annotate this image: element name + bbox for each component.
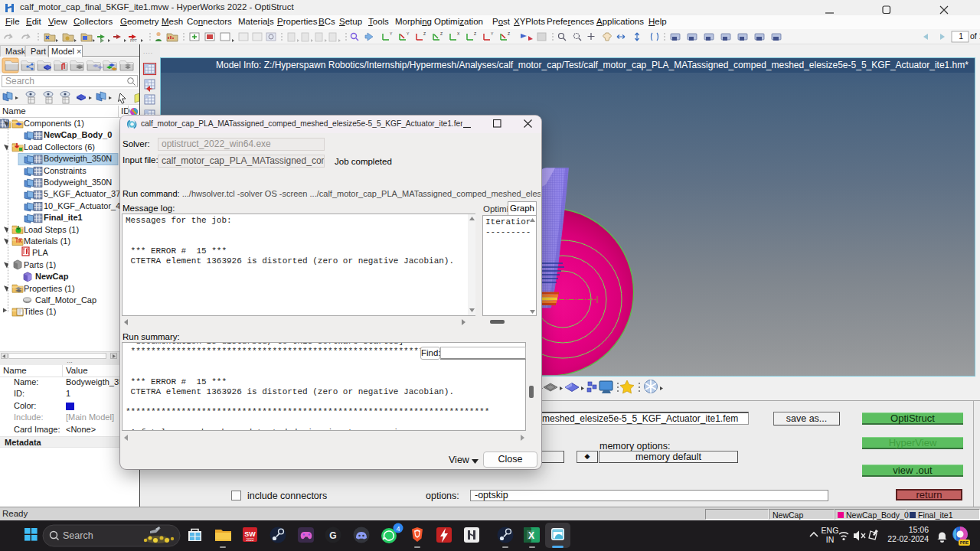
svg-text:of 1: of 1: [970, 31, 980, 41]
svg-text:15:06: 15:06: [909, 525, 929, 534]
svg-text:IN: IN: [826, 535, 835, 544]
svg-text:G: G: [329, 530, 336, 541]
svg-text:X: X: [457, 31, 460, 36]
svg-text:Z: Z: [440, 31, 443, 36]
svg-text:22-02-2024: 22-02-2024: [887, 534, 929, 543]
svg-text:Z: Z: [423, 31, 426, 36]
svg-text:Y: Y: [390, 31, 393, 36]
svg-text:4: 4: [396, 525, 400, 533]
svg-text:X: X: [528, 530, 534, 541]
svg-text:Search: Search: [63, 530, 93, 541]
svg-text:Y: Y: [407, 31, 410, 36]
svg-text:SW: SW: [244, 530, 256, 538]
svg-text:Y: Y: [491, 31, 494, 36]
svg-text:PPT: PPT: [130, 39, 137, 43]
svg-text:PRE: PRE: [960, 540, 969, 545]
svg-text:Z: Z: [474, 31, 476, 36]
svg-text:ENG: ENG: [822, 526, 839, 535]
svg-text:2022: 2022: [246, 538, 254, 542]
svg-text:1: 1: [959, 31, 963, 41]
svg-text:Z: Z: [508, 31, 510, 36]
